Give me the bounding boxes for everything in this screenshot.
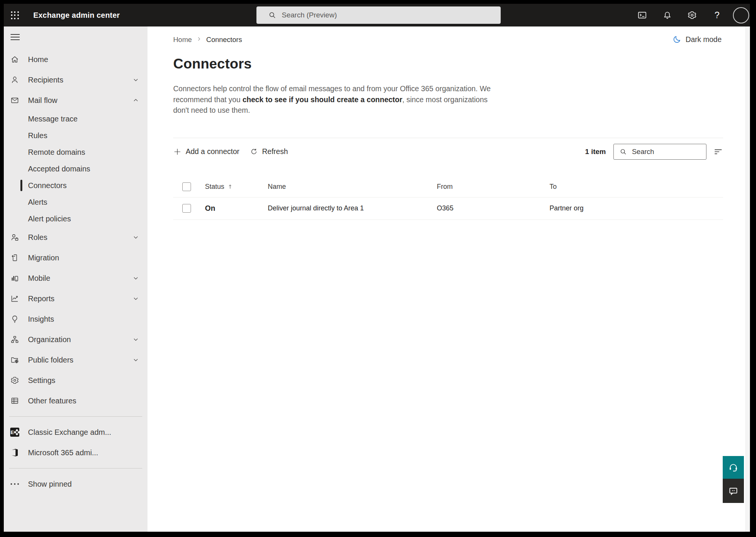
sidebar-item-roles[interactable]: Roles xyxy=(4,227,147,247)
hamburger-menu-icon[interactable] xyxy=(10,33,20,42)
column-header-name[interactable]: Name xyxy=(268,183,286,190)
avatar[interactable] xyxy=(733,7,749,23)
sidebar-item-alert-policies[interactable]: Alert policies xyxy=(4,210,147,227)
plus-icon xyxy=(173,148,182,156)
table-icon xyxy=(10,396,19,405)
sidebar-item-label: Accepted domains xyxy=(28,165,90,173)
refresh-button[interactable]: Refresh xyxy=(250,147,288,156)
dark-mode-label: Dark mode xyxy=(686,35,722,44)
app-title: Exchange admin center xyxy=(33,11,120,20)
exchange-logo: E xyxy=(10,428,19,437)
chevron-down-icon xyxy=(133,336,139,342)
bell-icon[interactable] xyxy=(658,4,676,26)
dark-mode-toggle[interactable]: Dark mode xyxy=(672,35,722,44)
migration-icon xyxy=(10,253,19,262)
sidebar-item-home[interactable]: Home xyxy=(4,49,147,70)
sidebar-item-accepted-domains[interactable]: Accepted domains xyxy=(4,160,147,177)
breadcrumb-home-link[interactable]: Home xyxy=(173,36,192,44)
sidebar-item-rules[interactable]: Rules xyxy=(4,127,147,144)
terminal-icon[interactable] xyxy=(633,4,651,26)
sidebar-item-settings[interactable]: Settings xyxy=(4,370,147,391)
table-header-row: Status Name From To xyxy=(173,177,723,198)
support-button[interactable] xyxy=(723,456,744,479)
sidebar-item-label: Message trace xyxy=(28,115,78,123)
sidebar-item-label: Show pinned xyxy=(28,480,72,489)
mobile-chart-icon xyxy=(10,274,19,283)
person-badge-icon xyxy=(10,233,19,242)
moon-icon xyxy=(672,35,681,44)
gear-icon[interactable] xyxy=(683,4,701,26)
global-search-box[interactable] xyxy=(256,6,501,24)
sidebar-item-show-pinned[interactable]: Show pinned xyxy=(4,474,147,494)
sidebar-item-label: Mobile xyxy=(28,274,50,283)
sidebar-item-label: Reports xyxy=(28,294,54,303)
sidebar-item-label: Mail flow xyxy=(28,96,57,105)
add-connector-label: Add a connector xyxy=(186,147,239,156)
sidebar-item-migration[interactable]: Migration xyxy=(4,247,147,268)
sidebar-item-mail-flow[interactable]: Mail flow xyxy=(4,90,147,111)
app-launcher-icon[interactable] xyxy=(6,6,23,24)
table-row[interactable]: On Deliver journal directly to Area 1 O3… xyxy=(173,198,723,220)
sidebar-item-message-trace[interactable]: Message trace xyxy=(4,111,147,127)
chevron-down-icon xyxy=(133,77,139,83)
sidebar-item-classic-exchange[interactable]: E Classic Exchange adm... xyxy=(4,422,147,442)
sidebar-item-label: Recipients xyxy=(28,76,63,84)
toolbar-right: 1 item xyxy=(585,144,723,160)
chevron-down-icon xyxy=(133,357,139,363)
sidebar-item-reports[interactable]: Reports xyxy=(4,288,147,309)
breadcrumb: Home Connectors Dark mode xyxy=(173,26,723,45)
main-content: Home Connectors Dark mode Connectors Con… xyxy=(147,26,750,532)
sidebar-item-organization[interactable]: Organization xyxy=(4,329,147,350)
description-link[interactable]: check to see if you should create a conn… xyxy=(242,95,402,104)
sidebar-item-public-folders[interactable]: Public folders xyxy=(4,350,147,370)
sidebar-item-other-features[interactable]: Other features xyxy=(4,391,147,411)
list-search-box[interactable] xyxy=(613,144,706,160)
sidebar-divider xyxy=(9,468,142,469)
sidebar-nav: Home Recipients Mail flow xyxy=(4,26,147,532)
lightbulb-icon xyxy=(10,314,19,324)
sidebar-nav-list: Home Recipients Mail flow xyxy=(4,49,147,494)
selected-indicator xyxy=(20,180,22,191)
org-chart-icon xyxy=(10,335,19,344)
sidebar-item-label: Classic Exchange adm... xyxy=(28,428,111,437)
row-checkbox[interactable] xyxy=(182,204,191,213)
search-icon xyxy=(619,148,627,156)
list-search-input[interactable] xyxy=(632,148,700,156)
mail-icon xyxy=(10,96,19,105)
feedback-bubble-icon xyxy=(728,486,739,496)
help-icon[interactable]: ? xyxy=(708,4,726,26)
global-search-input[interactable] xyxy=(282,11,486,19)
column-header-to[interactable]: To xyxy=(550,183,557,190)
column-header-from[interactable]: From xyxy=(437,183,453,190)
sidebar-item-alerts[interactable]: Alerts xyxy=(4,194,147,210)
breadcrumb-current: Connectors xyxy=(206,36,242,44)
sidebar-item-microsoft-365[interactable]: Microsoft 365 admi... xyxy=(4,442,147,463)
chevron-right-icon xyxy=(196,36,202,42)
sidebar-item-insights[interactable]: Insights xyxy=(4,309,147,329)
select-all-checkbox[interactable] xyxy=(182,182,191,191)
sidebar-item-mobile[interactable]: Mobile xyxy=(4,268,147,288)
sidebar-item-label: Migration xyxy=(28,254,59,262)
sidebar-item-label: Connectors xyxy=(28,181,67,190)
sidebar-item-label: Rules xyxy=(28,131,47,140)
sidebar-item-connectors[interactable]: Connectors xyxy=(4,177,147,194)
connector-name[interactable]: Deliver journal directly to Area 1 xyxy=(268,204,364,212)
page-title: Connectors xyxy=(173,56,723,72)
filter-icon[interactable] xyxy=(713,147,723,157)
feedback-button[interactable] xyxy=(723,479,744,503)
sidebar-item-label: Home xyxy=(28,55,48,64)
gear-icon xyxy=(10,376,19,385)
sidebar-item-label: Remote domains xyxy=(28,148,85,157)
column-header-status[interactable]: Status xyxy=(205,183,224,191)
sidebar-item-label: Alert policies xyxy=(28,215,71,223)
add-connector-button[interactable]: Add a connector xyxy=(173,147,239,156)
sidebar-item-label: Roles xyxy=(28,233,47,242)
search-icon xyxy=(268,11,276,19)
sidebar-item-remote-domains[interactable]: Remote domains xyxy=(4,144,147,160)
chevron-down-icon xyxy=(133,234,139,240)
headset-icon xyxy=(728,462,739,473)
item-count: 1 item xyxy=(585,148,606,156)
refresh-label: Refresh xyxy=(262,147,288,156)
page-description: Connectors help control the flow of emai… xyxy=(173,83,494,116)
sidebar-item-recipients[interactable]: Recipients xyxy=(4,70,147,90)
